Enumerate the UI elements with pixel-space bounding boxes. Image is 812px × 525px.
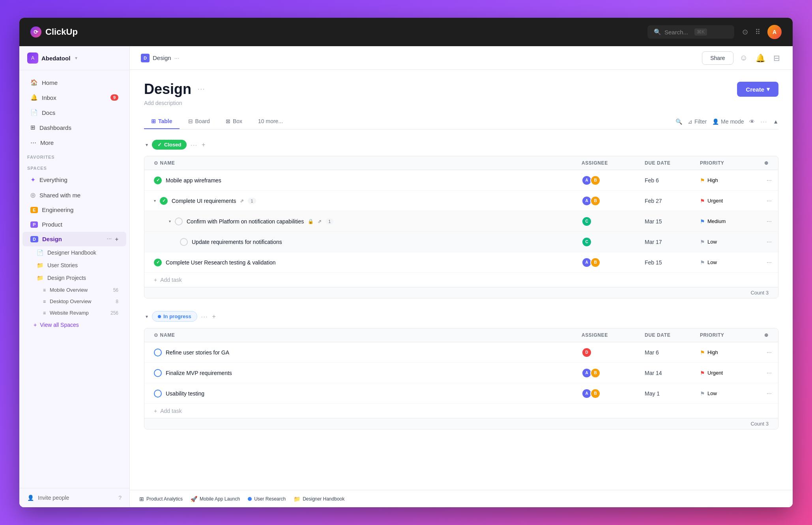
add-description[interactable]: Add description bbox=[144, 100, 778, 106]
closed-chevron-icon[interactable]: ▾ bbox=[146, 142, 148, 148]
tab-more-label: 10 more... bbox=[258, 118, 283, 124]
status-green-icon[interactable]: ✓ bbox=[154, 259, 162, 266]
due-date-cell: Mar 6 bbox=[642, 349, 697, 356]
task-name[interactable]: Refine user stories for GA bbox=[166, 349, 229, 356]
design-more-icon[interactable]: ··· bbox=[107, 236, 112, 242]
add-column-icon-2[interactable]: ⊕ bbox=[764, 332, 769, 338]
task-name[interactable]: Update requirements for notifications bbox=[192, 239, 282, 245]
task-name[interactable]: Complete User Research testing & validat… bbox=[166, 259, 276, 266]
tab-board[interactable]: ⊟ Board bbox=[181, 114, 217, 129]
filter-button[interactable]: ⊿ Filter bbox=[688, 118, 707, 125]
in-progress-group-header[interactable]: ▾ In progress ··· + bbox=[144, 308, 778, 325]
app-logo[interactable]: ⟳ ClickUp bbox=[30, 26, 78, 38]
everything-icon: ✦ bbox=[30, 176, 36, 184]
status-empty-icon[interactable] bbox=[180, 238, 188, 246]
me-mode-button[interactable]: 👤 Me mode bbox=[712, 118, 744, 125]
status-blue-icon[interactable] bbox=[154, 349, 162, 356]
in-progress-more-icon[interactable]: ··· bbox=[201, 313, 208, 320]
share-button[interactable]: Share bbox=[702, 51, 733, 65]
sidebar-item-shared[interactable]: ◎ Shared with me bbox=[22, 188, 126, 202]
search-tab-icon[interactable]: 🔍 bbox=[675, 118, 682, 125]
sidebar-item-user-stories[interactable]: 📁 User Stories bbox=[22, 259, 126, 272]
add-column-icon[interactable]: ⊕ bbox=[764, 160, 769, 166]
page-dots[interactable]: ··· bbox=[198, 86, 205, 93]
tab-box[interactable]: ⊠ Box bbox=[219, 114, 249, 129]
eye-icon[interactable]: 👁 bbox=[749, 118, 755, 125]
closed-group-header[interactable]: ▾ ✓ Closed ··· + bbox=[144, 137, 778, 153]
create-button[interactable]: Create ▾ bbox=[737, 82, 778, 97]
more-cell[interactable]: ··· bbox=[752, 369, 772, 377]
status-green-icon[interactable]: ✓ bbox=[160, 197, 168, 205]
task-name[interactable]: Complete UI requirements bbox=[172, 198, 236, 204]
more-cell[interactable]: ··· bbox=[752, 390, 772, 397]
task-name[interactable]: Usability testing bbox=[166, 390, 204, 397]
sidebar-item-home[interactable]: 🏠 Home bbox=[22, 75, 126, 90]
sidebar-label-mobile-overview: Mobile Overview bbox=[50, 287, 88, 293]
task-name[interactable]: Confirm with Platform on notification ca… bbox=[187, 218, 304, 225]
more-cell[interactable]: ··· bbox=[752, 349, 772, 356]
status-empty-icon[interactable] bbox=[175, 218, 183, 225]
header-smiley-icon[interactable]: ☺ bbox=[738, 52, 749, 64]
sidebar-item-desktop-overview[interactable]: ≡ Desktop Overview 8 bbox=[22, 296, 126, 307]
sidebar-footer[interactable]: 👤 Invite people ? bbox=[19, 488, 129, 507]
sidebar-label-everything: Everything bbox=[39, 176, 67, 183]
sidebar-item-designer-handbook[interactable]: 📄 Designer Handbook bbox=[22, 246, 126, 259]
task-name[interactable]: Mobile app wireframes bbox=[166, 177, 221, 184]
table-row: ▾ Confirm with Platform on notification … bbox=[144, 211, 778, 232]
bottom-bar-item-3[interactable]: 📁 Designer Handbook bbox=[294, 496, 344, 502]
bottom-bar-item-2[interactable]: User Research bbox=[248, 496, 286, 502]
sidebar-item-design[interactable]: D Design ··· + bbox=[22, 232, 126, 246]
priority-cell: ⚑ Low bbox=[697, 239, 752, 245]
priority-cell: ⚑ High bbox=[697, 177, 752, 184]
status-blue-icon[interactable] bbox=[154, 369, 162, 377]
sidebar-item-engineering[interactable]: E Engineering bbox=[22, 202, 126, 217]
sidebar-item-website-revamp[interactable]: ≡ Website Revamp 256 bbox=[22, 307, 126, 319]
tabs-more-dots[interactable]: ··· bbox=[760, 118, 767, 125]
in-progress-add-icon[interactable]: + bbox=[212, 313, 215, 320]
status-green-icon[interactable]: ✓ bbox=[154, 176, 162, 184]
breadcrumb-dots[interactable]: ··· bbox=[174, 54, 180, 61]
sidebar-item-dashboards[interactable]: ⊞ Dashboards bbox=[22, 120, 126, 135]
view-all-spaces[interactable]: + View all Spaces bbox=[19, 319, 129, 331]
closed-add-icon[interactable]: + bbox=[202, 141, 205, 148]
row-chevron-icon[interactable]: ▾ bbox=[154, 199, 156, 203]
user-avatar[interactable]: A bbox=[767, 25, 782, 39]
sidebar-item-design-projects[interactable]: 📁 Design Projects bbox=[22, 272, 126, 284]
more-cell[interactable]: ··· bbox=[752, 238, 772, 246]
search-bar[interactable]: 🔍 Search... ⌘K bbox=[647, 25, 734, 39]
more-cell[interactable]: ··· bbox=[752, 177, 772, 184]
sidebar-item-docs[interactable]: 📄 Docs bbox=[22, 105, 126, 120]
closed-add-col[interactable]: ⊕ bbox=[752, 156, 772, 170]
sidebar-item-product[interactable]: P Product bbox=[22, 217, 126, 232]
closed-more-icon[interactable]: ··· bbox=[191, 142, 198, 148]
workspace-chevron: ▾ bbox=[75, 55, 77, 61]
more-cell[interactable]: ··· bbox=[752, 218, 772, 225]
sidebar-item-more[interactable]: ⋯ More bbox=[22, 135, 126, 150]
clock-icon[interactable]: ⊙ bbox=[742, 28, 748, 36]
ip-add-col[interactable]: ⊕ bbox=[752, 328, 772, 342]
header-grid-icon[interactable]: ⊟ bbox=[772, 52, 782, 64]
tab-box-label: Box bbox=[233, 118, 242, 124]
bottom-bar-item-1[interactable]: 🚀 Mobile App Launch bbox=[191, 496, 240, 502]
tab-more[interactable]: 10 more... bbox=[251, 114, 290, 129]
header-refresh-icon[interactable]: 🔔 bbox=[754, 52, 767, 64]
add-task-row-2[interactable]: + Add task bbox=[144, 404, 778, 418]
sidebar-item-mobile-overview[interactable]: ≡ Mobile Overview 56 bbox=[22, 284, 126, 296]
task-name[interactable]: Finalize MVP requirements bbox=[166, 370, 232, 376]
more-cell[interactable]: ··· bbox=[752, 197, 772, 204]
design-add-icon[interactable]: + bbox=[115, 236, 118, 242]
assignee-cell: A B bbox=[578, 175, 642, 186]
collapse-icon[interactable]: ▲ bbox=[773, 118, 778, 125]
bottom-bar-item-0[interactable]: ⊞ Product Analytics bbox=[139, 496, 183, 502]
add-task-row[interactable]: + Add task bbox=[144, 273, 778, 287]
row-chevron-icon[interactable]: ▾ bbox=[169, 219, 171, 223]
tab-table[interactable]: ⊞ Table bbox=[144, 114, 180, 129]
grid-icon[interactable]: ⠿ bbox=[755, 28, 760, 36]
due-date-cell: Feb 15 bbox=[642, 259, 697, 266]
sidebar-item-everything[interactable]: ✦ Everything bbox=[22, 172, 126, 188]
status-blue-icon[interactable] bbox=[154, 390, 162, 398]
sidebar-item-inbox[interactable]: 🔔 Inbox 9 bbox=[22, 90, 126, 105]
workspace-header[interactable]: A Abedatool ▾ bbox=[19, 46, 129, 70]
more-cell[interactable]: ··· bbox=[752, 259, 772, 266]
in-progress-chevron-icon[interactable]: ▾ bbox=[146, 314, 148, 319]
